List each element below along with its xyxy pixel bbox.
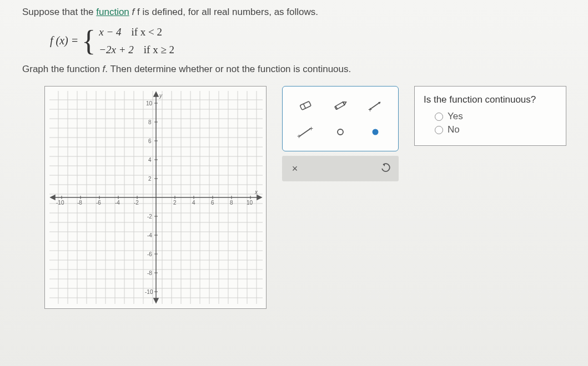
svg-line-94: [304, 104, 306, 108]
svg-text:+: +: [368, 106, 372, 112]
svg-text:4: 4: [192, 200, 195, 206]
svg-text:6: 6: [211, 200, 214, 206]
action-bar: ×: [282, 156, 399, 181]
svg-text:-4: -4: [147, 232, 152, 238]
radio-icon: [435, 113, 443, 121]
svg-text:-4: -4: [115, 200, 120, 206]
undo-button[interactable]: [378, 160, 394, 177]
continuity-question: Is the function continuous? Yes No: [414, 86, 566, 146]
svg-text:10: 10: [146, 100, 153, 106]
svg-text:-2: -2: [147, 214, 152, 220]
ray-tool[interactable]: +: [362, 94, 389, 116]
svg-text:8: 8: [148, 119, 152, 125]
svg-point-104: [372, 129, 378, 135]
tool-palette: + ++: [282, 86, 399, 151]
svg-point-103: [338, 129, 343, 135]
open-point-tool[interactable]: [327, 121, 354, 143]
svg-text:-10: -10: [56, 200, 64, 206]
svg-text:-6: -6: [96, 200, 101, 206]
svg-text:10: 10: [247, 200, 253, 206]
svg-text:+: +: [297, 133, 301, 139]
svg-text:8: 8: [230, 200, 233, 206]
radio-icon: [435, 126, 443, 134]
svg-rect-93: [300, 101, 311, 110]
svg-text:x: x: [254, 189, 258, 195]
svg-text:6: 6: [148, 138, 152, 144]
option-yes[interactable]: Yes: [435, 111, 557, 122]
undo-icon: [380, 163, 391, 174]
svg-text:2: 2: [148, 176, 152, 182]
svg-text:-10: -10: [145, 289, 153, 295]
option-no[interactable]: No: [435, 124, 557, 135]
svg-text:-2: -2: [134, 200, 139, 206]
function-definition: f (x) = { x − 4if x < 2 −2x + 2if x ≥ 2: [50, 24, 588, 57]
svg-text:-8: -8: [77, 200, 82, 206]
prompt-intro: Suppose that the function f f is defined…: [22, 7, 588, 18]
eraser-tool[interactable]: [292, 94, 319, 116]
svg-text:-8: -8: [147, 270, 152, 276]
segment-tool[interactable]: ++: [292, 121, 319, 143]
pencil-tool[interactable]: [327, 94, 354, 116]
close-icon: ×: [292, 163, 298, 175]
closed-point-tool[interactable]: [362, 121, 389, 143]
svg-text:+: +: [309, 125, 313, 133]
instruction-text: Graph the function f. Then determine whe…: [22, 64, 588, 75]
svg-text:y: y: [159, 93, 163, 99]
svg-text:4: 4: [148, 157, 152, 163]
svg-text:2: 2: [173, 200, 177, 206]
clear-button[interactable]: ×: [287, 160, 303, 177]
function-link[interactable]: function: [96, 7, 129, 17]
question-title: Is the function continuous?: [424, 94, 557, 105]
graph-canvas[interactable]: 246810 -2-4-6-8-10 246810 -2-4-6-8-10 x …: [44, 86, 267, 309]
svg-text:-6: -6: [147, 251, 152, 257]
